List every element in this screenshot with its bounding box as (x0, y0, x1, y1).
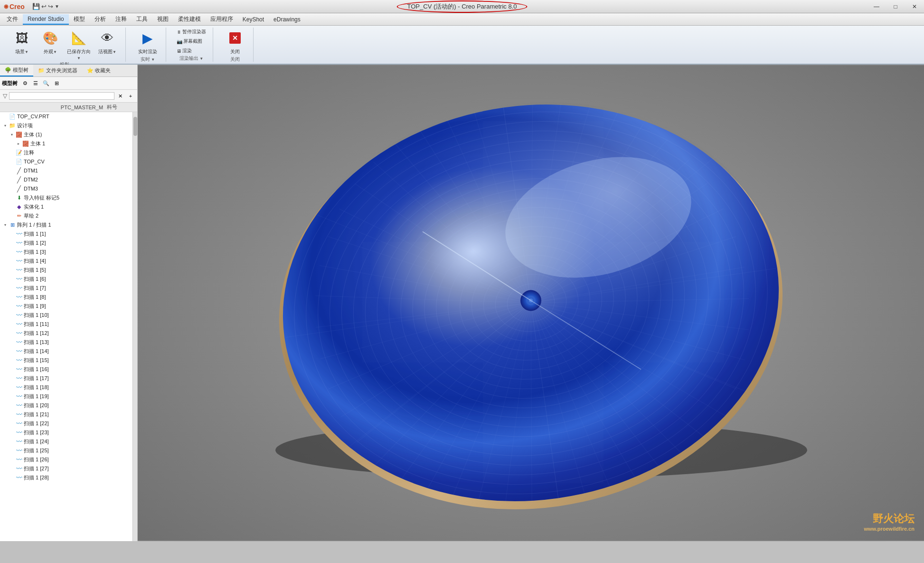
realtime-render-button[interactable]: ▶ 实时渲染 (134, 28, 161, 56)
scene-button[interactable]: 🖼 场景▼ (9, 28, 35, 56)
expand-sweep-13[interactable] (9, 339, 15, 345)
tree-item-body1[interactable]: ▸ 🧱 主体 1 (0, 139, 132, 148)
menu-tools[interactable]: 工具 (132, 14, 152, 25)
tree-item-sweep-2[interactable]: 〰 扫描 1 [2] (0, 239, 132, 248)
expand-import[interactable] (9, 194, 15, 201)
tree-settings-btn[interactable]: ⚙ (20, 78, 30, 88)
minimize-button[interactable]: — (867, 0, 886, 13)
scrollbar-thumb[interactable] (133, 117, 137, 136)
tree-item-sweep-17[interactable]: 〰 扫描 1 [17] (0, 374, 132, 383)
expand-sweep-18[interactable] (9, 384, 15, 391)
tree-item-sweep-27[interactable]: 〰 扫描 1 [27] (0, 464, 132, 473)
tree-item-body-group[interactable]: ▾ 🧱 主体 (1) (0, 130, 132, 139)
tree-item-sweep-28[interactable]: 〰 扫描 1 [28] (0, 473, 132, 482)
tree-item-sweep-13[interactable]: 〰 扫描 1 [13] (0, 338, 132, 347)
menu-edrawings[interactable]: eDrawings (269, 15, 305, 24)
expand-pattern[interactable]: ▾ (2, 221, 9, 228)
tree-item-sweep-9[interactable]: 〰 扫描 1 [9] (0, 302, 132, 311)
tree-item-design[interactable]: ▾ 📁 设计项 (0, 121, 132, 130)
tree-item-sweep-12[interactable]: 〰 扫描 1 [12] (0, 329, 132, 338)
expand-design[interactable]: ▾ (2, 122, 9, 129)
active-view-button[interactable]: 👁 活视图▼ (94, 28, 121, 56)
tree-item-annotation[interactable]: 📝 注释 (0, 148, 132, 157)
tree-scrollbar[interactable] (132, 112, 137, 541)
tree-item-import[interactable]: ⬇ 导入特征 标记5 (0, 193, 132, 202)
tree-item-sweep-11[interactable]: 〰 扫描 1 [11] (0, 320, 132, 329)
tree-item-sweep-25[interactable]: 〰 扫描 1 [25] (0, 446, 132, 455)
tree-item-dtm1[interactable]: ╱ DTM1 (0, 166, 132, 175)
save-icon[interactable]: 💾 (32, 3, 40, 10)
expand-sweep-23[interactable] (9, 429, 15, 436)
tab-model-tree[interactable]: 🌳 模型树 (0, 65, 33, 76)
tree-item-dtm3[interactable]: ╱ DTM3 (0, 184, 132, 193)
screenshot-button[interactable]: 📷 屏幕截图 (175, 37, 204, 46)
saved-view-button[interactable]: 📐 已保存方向▼ (66, 28, 92, 61)
expand-sweep-7[interactable] (9, 285, 15, 291)
expand-sweep-12[interactable] (9, 330, 15, 336)
tree-item-sweep-19[interactable]: 〰 扫描 1 [19] (0, 392, 132, 401)
undo-icon[interactable]: ↩ (41, 3, 47, 10)
tab-file-browser[interactable]: 📁 文件夹浏览器 (33, 65, 82, 76)
expand-sweep-15[interactable] (9, 357, 15, 363)
close-button[interactable]: ✕ (905, 0, 924, 13)
menu-keyshot[interactable]: KeyShot (238, 15, 269, 24)
tree-item-sweep-20[interactable]: 〰 扫描 1 [20] (0, 401, 132, 410)
tree-item-sweep-21[interactable]: 〰 扫描 1 [21] (0, 410, 132, 419)
expand-sweep-14[interactable] (9, 348, 15, 354)
expand-sweep-17[interactable] (9, 375, 15, 382)
expand-sweep-9[interactable] (9, 303, 15, 309)
tree-item-sweep-22[interactable]: 〰 扫描 1 [22] (0, 419, 132, 428)
expand-sweep-20[interactable] (9, 402, 15, 409)
expand-sweep-10[interactable] (9, 312, 15, 318)
pause-render-button[interactable]: ⏸ 暂停渲染器 (175, 28, 208, 36)
expand-sweep-11[interactable] (9, 321, 15, 327)
expand-body1[interactable]: ▸ (15, 140, 22, 147)
menu-flexible-modeling[interactable]: 柔性建模 (173, 14, 206, 25)
expand-sweep-27[interactable] (9, 465, 15, 472)
tree-columns-btn[interactable]: ☰ (31, 78, 40, 88)
expand-sweep-1[interactable] (9, 230, 15, 237)
expand-annotation[interactable] (9, 149, 15, 156)
expand-sweep-6[interactable] (9, 276, 15, 282)
expand-sweep-16[interactable] (9, 366, 15, 372)
expand-sweep-26[interactable] (9, 456, 15, 463)
expand-sweep-25[interactable] (9, 447, 15, 454)
tree-item-sweep-26[interactable]: 〰 扫描 1 [26] (0, 455, 132, 464)
render-button[interactable]: 🖥 渲染 (175, 47, 194, 55)
tree-item-dtm2[interactable]: ╱ DTM2 (0, 175, 132, 184)
expand-sweep-5[interactable] (9, 267, 15, 273)
appearance-button[interactable]: 🎨 外观▼ (37, 28, 64, 56)
menu-annotation[interactable]: 注释 (111, 14, 132, 25)
expand-sweep-3[interactable] (9, 248, 15, 255)
expand-sweep-21[interactable] (9, 411, 15, 418)
close-action-button[interactable]: ✕ 关闭 (222, 28, 248, 56)
expand-sweep-22[interactable] (9, 420, 15, 427)
tree-item-sweep-6[interactable]: 〰 扫描 1 [6] (0, 275, 132, 284)
expand-top-cv[interactable] (2, 113, 9, 120)
expand-sweep-8[interactable] (9, 294, 15, 300)
expand-sketch2[interactable] (9, 212, 15, 219)
expand-sweep-4[interactable] (9, 258, 15, 264)
tree-item-top-cv-prt[interactable]: 📄 TOP_CV.PRT (0, 112, 132, 121)
expand-sweep-28[interactable] (9, 474, 15, 481)
menu-applications[interactable]: 应用程序 (206, 14, 238, 25)
more-icon[interactable]: ▼ (55, 4, 59, 9)
tree-item-pattern[interactable]: ▾ ⊞ 阵列 1 / 扫描 1 (0, 220, 132, 229)
viewport[interactable]: 野火论坛 www.proewildfire.cn (138, 65, 924, 541)
search-clear-btn[interactable]: ✕ (115, 91, 125, 101)
expand-solidify1[interactable] (9, 203, 15, 210)
tree-item-sweep-8[interactable]: 〰 扫描 1 [8] (0, 293, 132, 302)
menu-analysis[interactable]: 分析 (90, 14, 111, 25)
tree-item-sweep-3[interactable]: 〰 扫描 1 [3] (0, 248, 132, 257)
expand-sweep-24[interactable] (9, 438, 15, 445)
tree-item-sweep-1[interactable]: 〰 扫描 1 [1] (0, 229, 132, 239)
tab-favorites[interactable]: ⭐ 收藏夹 (82, 65, 115, 76)
menu-render-studio[interactable]: Render Studio (23, 14, 69, 25)
maximize-button[interactable]: □ (886, 0, 905, 13)
tree-item-sweep-15[interactable]: 〰 扫描 1 [15] (0, 356, 132, 365)
menu-file[interactable]: 文件 (2, 14, 23, 25)
menu-model[interactable]: 模型 (69, 14, 90, 25)
tree-item-sweep-14[interactable]: 〰 扫描 1 [14] (0, 347, 132, 356)
expand-sweep-19[interactable] (9, 393, 15, 400)
redo-icon[interactable]: ↪ (48, 3, 53, 10)
